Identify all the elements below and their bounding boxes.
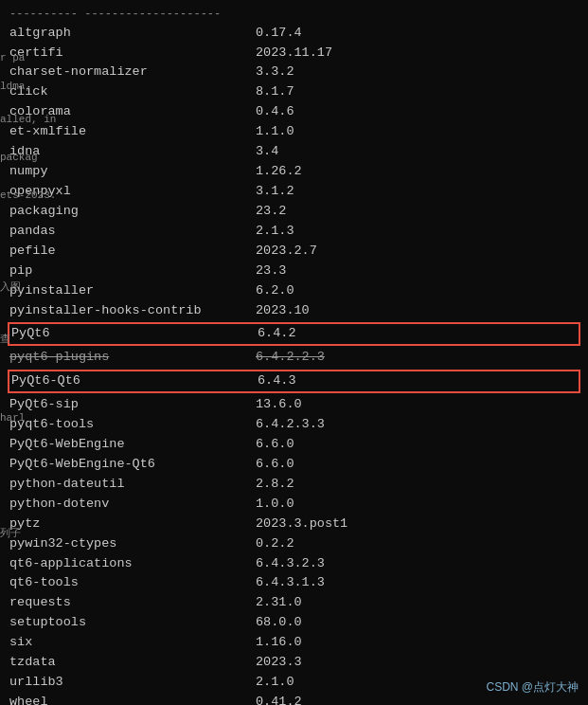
- package-row: pytz2023.3.post1: [8, 515, 580, 534]
- package-list: altgraph0.17.4certifi2023.11.17charset-n…: [8, 24, 580, 705]
- pkg-name: pyqt6-plugins: [9, 348, 256, 368]
- pkg-name: certifi: [9, 44, 256, 63]
- package-row: openpyxl3.1.2: [8, 182, 580, 202]
- pkg-name: pywin32-ctypes: [9, 534, 256, 554]
- pkg-version: 3.3.2: [256, 63, 294, 82]
- pkg-version: 68.0.0: [256, 613, 302, 633]
- package-row: python-dateutil2.8.2: [8, 475, 580, 495]
- package-row: click8.1.7: [8, 82, 580, 102]
- pkg-name: pip: [9, 262, 256, 281]
- margin-text-3: alled, in: [0, 114, 56, 125]
- pkg-name: charset-normalizer: [9, 63, 256, 82]
- pkg-name: tzdata: [9, 653, 256, 673]
- package-row: PyQt6-sip13.6.0: [8, 395, 580, 415]
- pkg-version: 2023.11.17: [256, 44, 332, 63]
- package-row: certifi2023.11.17: [8, 44, 580, 63]
- package-row: qt6-applications6.4.3.2.3: [8, 554, 580, 574]
- pkg-version: 6.4.2.3.3: [256, 415, 325, 435]
- pkg-name: wheel: [9, 693, 256, 705]
- terminal-window: ---------- -------------------- altgraph…: [0, 0, 588, 705]
- package-row: PyQt6-WebEngine6.6.0: [8, 435, 580, 455]
- pkg-name: setuptools: [9, 613, 256, 633]
- pkg-name: et-xmlfile: [9, 122, 256, 142]
- package-row: pandas2.1.3: [8, 222, 580, 242]
- package-row: six1.16.0: [8, 633, 580, 653]
- pkg-name: PyQt6: [11, 324, 258, 344]
- pkg-version: 1.0.0: [256, 495, 294, 515]
- pkg-name: pandas: [9, 222, 256, 242]
- pkg-version: 6.2.0: [256, 281, 294, 301]
- package-row: pyinstaller-hooks-contrib2023.10: [8, 301, 580, 321]
- pkg-name: packaging: [9, 202, 256, 222]
- pkg-name: pytz: [9, 515, 256, 534]
- pkg-version: 2023.10: [256, 301, 310, 321]
- terminal-content: ---------- -------------------- altgraph…: [0, 0, 588, 705]
- pkg-version: 23.3: [256, 262, 286, 281]
- package-row: PyQt6-Qt66.4.3: [8, 370, 580, 393]
- pkg-version: 6.4.3.1.3: [256, 573, 325, 593]
- pkg-version: 0.4.6: [256, 102, 294, 122]
- pkg-name: urllib3: [9, 673, 256, 693]
- pkg-version: 6.4.3.2.3: [256, 554, 325, 574]
- pkg-version: 2.31.0: [256, 593, 302, 613]
- package-row: setuptools68.0.0: [8, 613, 580, 633]
- package-row: pyqt6-plugins6.4.2.2.3: [8, 348, 580, 368]
- pkg-version: 1.1.0: [256, 122, 294, 142]
- pkg-name: six: [9, 633, 256, 653]
- pkg-version: 2023.3.post1: [256, 515, 347, 534]
- pkg-version: 2.1.3: [256, 222, 294, 242]
- pkg-name: qt6-applications: [9, 554, 256, 574]
- margin-text-harl: harl: [0, 412, 25, 424]
- package-row: numpy1.26.2: [8, 162, 580, 182]
- pkg-name: requests: [9, 593, 256, 613]
- pkg-name: qt6-tools: [9, 573, 256, 593]
- pkg-name: altgraph: [9, 24, 256, 44]
- package-row: PyQt6-WebEngine-Qt66.6.0: [8, 455, 580, 475]
- margin-text-chinese2: 查: [0, 332, 10, 346]
- pkg-version: 6.4.3: [258, 371, 296, 391]
- package-row: pefile2023.2.7: [8, 242, 580, 262]
- package-row: idna3.4: [8, 142, 580, 162]
- package-row: requests2.31.0: [8, 593, 580, 613]
- margin-text-4: packag: [0, 152, 38, 163]
- pkg-version: 2023.3: [256, 653, 302, 673]
- margin-text-chinese1: 入图: [0, 280, 21, 294]
- package-row: colorama0.4.6: [8, 102, 580, 122]
- pkg-version: 6.4.2.2.3: [256, 348, 325, 368]
- pkg-name: PyQt6-sip: [9, 395, 256, 415]
- margin-text-2: ldma,: [0, 81, 31, 92]
- package-row: PyQt66.4.2: [8, 322, 580, 346]
- pkg-version: 1.26.2: [256, 162, 302, 182]
- margin-text-liezi: 列子: [0, 526, 21, 540]
- pkg-name: python-dateutil: [9, 475, 256, 495]
- pkg-name: pyinstaller-hooks-contrib: [9, 301, 256, 321]
- pkg-name: numpy: [9, 162, 256, 182]
- package-row: pyinstaller6.2.0: [8, 281, 580, 301]
- margin-text-1: r pa: [0, 52, 25, 63]
- header-row: ---------- --------------------: [8, 6, 580, 24]
- pkg-name: pefile: [9, 242, 256, 262]
- package-row: et-xmlfile1.1.0: [8, 122, 580, 142]
- pkg-name: PyQt6-Qt6: [11, 371, 258, 391]
- pkg-version: 0.41.2: [256, 693, 302, 705]
- watermark: CSDN @点灯大神: [486, 679, 579, 696]
- pkg-version: 13.6.0: [256, 395, 302, 415]
- pkg-name: idna: [9, 142, 256, 162]
- package-row: charset-normalizer3.3.2: [8, 63, 580, 82]
- pkg-version: 8.1.7: [256, 82, 294, 102]
- package-row: tzdata2023.3: [8, 653, 580, 673]
- pkg-name: python-dotenv: [9, 495, 256, 515]
- package-row: pyqt6-tools6.4.2.3.3: [8, 415, 580, 435]
- pkg-version: 2.1.0: [256, 673, 294, 693]
- pkg-version: 0.2.2: [256, 534, 294, 554]
- package-row: pywin32-ctypes0.2.2: [8, 534, 580, 554]
- package-row: pip23.3: [8, 262, 580, 281]
- pkg-version: 2023.2.7: [256, 242, 317, 262]
- package-row: altgraph0.17.4: [8, 24, 580, 44]
- flag-text: ---------- --------------------: [9, 6, 256, 24]
- pkg-version: 6.6.0: [256, 435, 294, 455]
- pkg-version: 3.4: [256, 142, 278, 162]
- pkg-version: 6.6.0: [256, 455, 294, 475]
- pkg-version: 0.17.4: [256, 24, 302, 44]
- package-row: packaging23.2: [8, 202, 580, 222]
